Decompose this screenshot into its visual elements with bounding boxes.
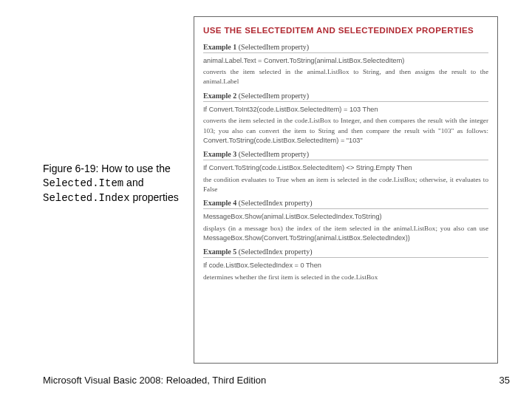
figure-box: USE THE SELECTEDITEM AND SELECTEDINDEX P… <box>194 16 498 364</box>
example-note: (SelectedIndex property) <box>239 199 313 207</box>
page-number: 35 <box>499 375 510 386</box>
example-desc-text: displays (in a message box) the index of… <box>203 225 488 232</box>
example-inline-code: MessageBox.Show(Convert.ToString(animal.… <box>203 234 410 242</box>
example-5: Example 5 (SelectedIndex property) If co… <box>203 248 488 282</box>
example-2: Example 2 (SelectedItem property) If Con… <box>203 92 488 146</box>
example-title: Example 1 (SelectedItem property) <box>203 43 488 53</box>
example-label: Example 3 <box>203 150 236 158</box>
example-code: If Convert.ToString(code.ListBox.Selecte… <box>203 163 488 172</box>
caption-text-prefix: Figure 6-19: How to use the <box>43 163 171 174</box>
example-note: (SelectedIndex property) <box>239 248 313 256</box>
example-desc-text: converts the item selected in the code.L… <box>203 117 488 134</box>
example-label: Example 4 <box>203 199 236 207</box>
example-label: Example 2 <box>203 92 236 100</box>
example-code: If code.ListBox.SelectedIndex = 0 Then <box>203 261 488 270</box>
example-desc: converts the item selected in the animal… <box>203 67 488 87</box>
example-note: (SelectedItem property) <box>239 43 309 51</box>
example-title: Example 3 (SelectedItem property) <box>203 150 488 160</box>
slide: Figure 6-19: How to use the Selected.Ite… <box>0 0 532 399</box>
example-label: Example 1 <box>203 43 236 51</box>
example-code: MessageBox.Show(animal.ListBox.SelectedI… <box>203 212 488 221</box>
example-title: Example 5 (SelectedIndex property) <box>203 248 488 258</box>
footer-text: Microsoft Visual Basic 2008: Reloaded, T… <box>43 375 266 386</box>
example-note: (SelectedItem property) <box>239 92 309 100</box>
example-desc: the condition evaluates to True when an … <box>203 175 488 195</box>
caption-code-2: Selected.Index <box>43 192 130 204</box>
example-1: Example 1 (SelectedItem property) animal… <box>203 43 488 87</box>
caption-code-1: Selected.Item <box>43 177 123 189</box>
example-label: Example 5 <box>203 248 236 256</box>
example-desc: converts the item selected in the code.L… <box>203 116 488 146</box>
example-3: Example 3 (SelectedItem property) If Con… <box>203 150 488 194</box>
example-code: If Convert.ToInt32(code.ListBox.Selected… <box>203 105 488 114</box>
example-4: Example 4 (SelectedIndex property) Messa… <box>203 199 488 243</box>
figure-caption: Figure 6-19: How to use the Selected.Ite… <box>43 162 191 205</box>
caption-text-suffix: properties <box>130 191 179 203</box>
example-inline-code: Convert.ToString(code.ListBox.SelectedIt… <box>203 137 363 144</box>
example-title: Example 2 (SelectedItem property) <box>203 92 488 102</box>
figure-heading: USE THE SELECTEDITEM AND SELECTEDINDEX P… <box>203 24 488 37</box>
example-desc: displays (in a message box) the index of… <box>203 224 488 244</box>
example-code: animal.Label.Text = Convert.ToString(ani… <box>203 56 488 65</box>
example-desc: determines whether the first item is sel… <box>203 273 488 282</box>
caption-text-mid: and <box>123 177 143 188</box>
example-title: Example 4 (SelectedIndex property) <box>203 199 488 209</box>
example-note: (SelectedItem property) <box>239 150 309 158</box>
